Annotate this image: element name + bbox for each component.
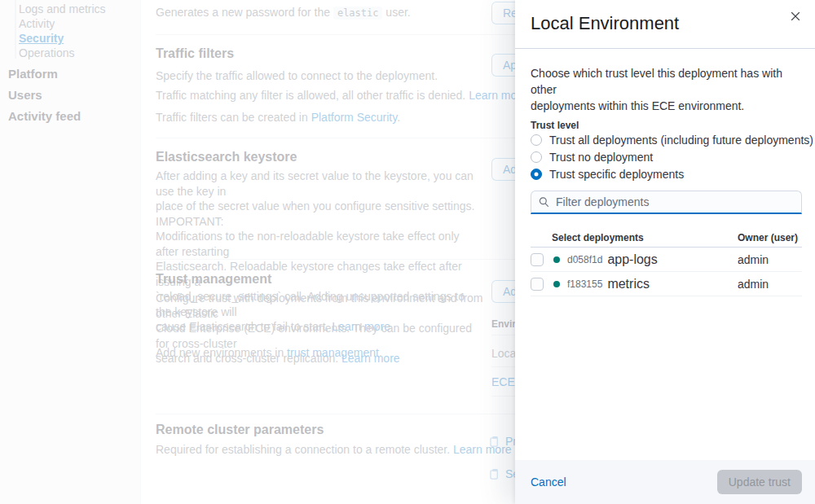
flyout-header: Local Environment (515, 0, 815, 49)
deployment-owner: admin (738, 253, 769, 266)
flyout-body: Choose which trust level this deployment… (515, 50, 815, 296)
filter-deployments-input[interactable] (556, 195, 794, 208)
deployment-checkbox[interactable] (531, 253, 544, 266)
deployment-row-metrics: f183155 metrics admin (531, 272, 802, 296)
deployments-table-header: Select deployments Owner (user) (531, 232, 802, 248)
deployment-name-link[interactable]: app-logs (607, 252, 657, 267)
deployment-name-link[interactable]: metrics (607, 277, 650, 291)
deployment-checkbox[interactable] (531, 278, 544, 291)
health-dot-icon (553, 281, 560, 287)
flyout-description: Choose which trust level this deployment… (531, 65, 802, 114)
radio-trust-specific[interactable]: Trust specific deployments (531, 166, 802, 182)
select-deployments-column-header: Select deployments (552, 232, 644, 243)
radio-trust-none[interactable]: Trust no deployment (531, 149, 802, 165)
radio-icon-selected[interactable] (531, 169, 542, 180)
local-environment-flyout: Local Environment Choose which trust lev… (515, 0, 815, 504)
trust-level-label: Trust level (531, 120, 802, 131)
radio-icon[interactable] (531, 151, 542, 163)
radio-trust-all[interactable]: Trust all deployments (including future … (531, 132, 802, 148)
screen: Logs and metrics Activity Security Opera… (0, 0, 815, 504)
flyout-footer: Cancel Update trust (515, 460, 815, 504)
cancel-button[interactable]: Cancel (531, 476, 566, 489)
filter-deployments-field[interactable] (531, 191, 802, 214)
owner-column-header: Owner (user) (738, 232, 798, 243)
radio-trust-specific-label: Trust specific deployments (549, 168, 684, 181)
health-dot-icon (553, 256, 560, 263)
flyout-title: Local Environment (531, 13, 679, 34)
search-icon (539, 196, 549, 208)
deployment-id: d058f1d (567, 254, 602, 265)
close-icon[interactable] (786, 7, 805, 26)
update-trust-button[interactable]: Update trust (717, 470, 802, 494)
deployment-id: f183155 (567, 278, 602, 290)
deployments-table: Select deployments Owner (user) d058f1d … (531, 232, 802, 296)
radio-icon[interactable] (531, 134, 542, 146)
deployment-row-app-logs: d058f1d app-logs admin (531, 248, 802, 272)
deployment-owner: admin (738, 278, 769, 291)
radio-trust-all-label: Trust all deployments (including future … (549, 134, 813, 147)
radio-trust-none-label: Trust no deployment (549, 151, 653, 164)
